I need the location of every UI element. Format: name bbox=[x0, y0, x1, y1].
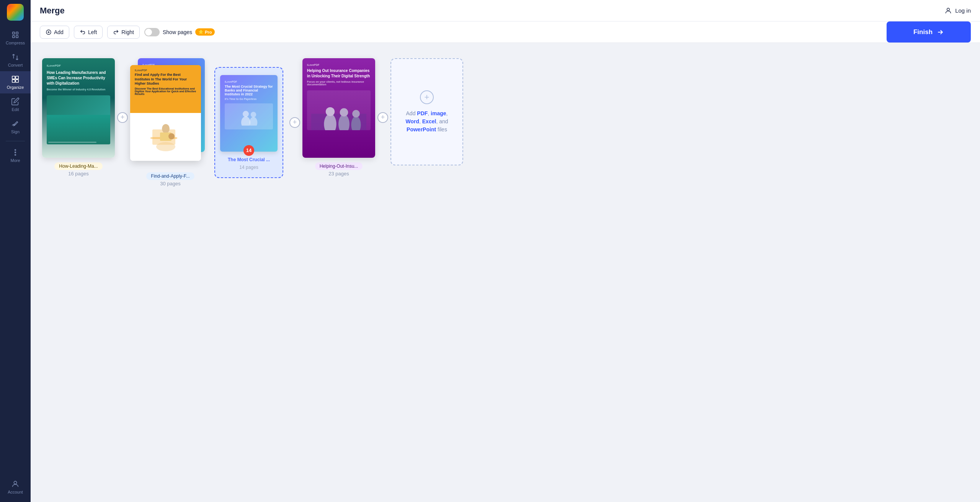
right-rotate-icon bbox=[113, 29, 119, 35]
doc-pages-4: 23 pages bbox=[328, 171, 349, 177]
main-content: Merge Log in Add Left Right bbox=[31, 0, 980, 502]
sidebar-item-convert[interactable]: Convert bbox=[0, 49, 31, 71]
right-button[interactable]: Right bbox=[107, 26, 140, 39]
doc-info-4: Helping-Out-Insu... 23 pages bbox=[315, 162, 363, 177]
doc-name-4: Helping-Out-Insu... bbox=[315, 162, 363, 170]
svg-rect-6 bbox=[12, 80, 15, 82]
svg-point-23 bbox=[156, 142, 175, 151]
add-between-button-4[interactable]: + bbox=[377, 112, 388, 123]
left-rotate-icon bbox=[80, 29, 86, 35]
sidebar-item-edit[interactable]: Edit bbox=[0, 93, 31, 116]
svg-point-32 bbox=[340, 108, 348, 117]
doc-name-1: How-Leading-Ma... bbox=[54, 162, 102, 170]
svg-rect-7 bbox=[16, 80, 18, 82]
sidebar-label-account: Account bbox=[8, 490, 23, 494]
svg-point-24 bbox=[241, 116, 250, 126]
svg-rect-3 bbox=[16, 36, 18, 38]
page-title: Merge bbox=[40, 6, 944, 16]
svg-point-11 bbox=[14, 481, 16, 484]
add-between-button-1[interactable]: + bbox=[117, 112, 128, 123]
pro-label: Pro bbox=[205, 30, 212, 34]
left-button[interactable]: Left bbox=[74, 26, 103, 39]
add-between-2-3: + bbox=[287, 117, 302, 128]
add-files-text: Add PDF, image, Word, Excel, and PowerPo… bbox=[399, 110, 455, 134]
finish-label: Finish bbox=[913, 28, 933, 36]
sidebar-label-compress: Compress bbox=[6, 41, 25, 45]
show-pages-group: Show pages ⭐ Pro bbox=[144, 28, 215, 36]
svg-rect-2 bbox=[13, 36, 15, 38]
add-between-1-2: + bbox=[115, 112, 130, 123]
doc-slot-1: iLovePDF How Leading Manufacturers and S… bbox=[42, 58, 130, 177]
sidebar-item-sign[interactable]: Sign bbox=[0, 116, 31, 138]
doc-slot-2: iLovePDF The Most Crucial Strategy for B… bbox=[130, 58, 302, 186]
doc-stack-2: iLovePDF The Most Crucial Strategy for B… bbox=[130, 58, 211, 162]
svg-point-30 bbox=[326, 107, 335, 116]
svg-point-20 bbox=[162, 124, 170, 133]
nav-divider bbox=[6, 141, 25, 141]
doc-info-2: Find-and-Apply-F... 30 pages bbox=[146, 172, 194, 186]
svg-point-27 bbox=[251, 112, 256, 117]
doc-name-2: Find-and-Apply-F... bbox=[146, 172, 194, 180]
sidebar-item-compress[interactable]: Compress bbox=[0, 27, 31, 49]
account-icon bbox=[11, 480, 20, 488]
svg-point-10 bbox=[15, 154, 16, 155]
pro-badge: ⭐ Pro bbox=[195, 28, 215, 36]
organize-icon bbox=[11, 75, 20, 83]
sidebar-label-more: More bbox=[10, 158, 20, 163]
svg-rect-4 bbox=[12, 76, 15, 79]
sidebar-item-more[interactable]: More bbox=[0, 144, 31, 167]
more-icon bbox=[11, 148, 20, 157]
add-between-button-2[interactable]: + bbox=[289, 117, 300, 128]
add-icon bbox=[46, 29, 52, 35]
doc-card-4: iLovePDF Helping Out Insurance Companies… bbox=[302, 58, 375, 177]
svg-point-25 bbox=[243, 111, 249, 117]
doc-card-1: iLovePDF How Leading Manufacturers and S… bbox=[42, 58, 115, 177]
svg-point-8 bbox=[15, 149, 16, 150]
sign-icon bbox=[11, 119, 20, 128]
login-button[interactable]: Log in bbox=[944, 7, 971, 15]
finish-arrow-icon bbox=[936, 28, 944, 36]
doc-preview-2[interactable]: iLovePDF Find and Apply For the Best Ins… bbox=[130, 65, 201, 161]
sidebar: Compress Convert Organize Edit Sign More bbox=[0, 0, 31, 502]
sidebar-item-account[interactable]: Account bbox=[0, 476, 31, 498]
show-pages-label: Show pages bbox=[163, 29, 192, 35]
add-files-card-wrapper: + Add PDF, image, Word, Excel, and Power… bbox=[390, 58, 463, 165]
doc-pages-1: 16 pages bbox=[68, 171, 89, 177]
drop-zone[interactable]: iLovePDF The Most Crucial Strategy for B… bbox=[214, 67, 283, 178]
svg-rect-0 bbox=[13, 32, 15, 34]
login-label: Log in bbox=[955, 7, 971, 14]
doc-info-1: How-Leading-Ma... 16 pages bbox=[54, 162, 102, 177]
svg-point-26 bbox=[250, 117, 258, 125]
doc-preview-1[interactable]: iLovePDF How Leading Manufacturers and S… bbox=[42, 58, 115, 158]
svg-point-12 bbox=[947, 8, 950, 11]
finish-button[interactable]: Finish bbox=[887, 21, 971, 43]
toolbar: Add Left Right Show pages ⭐ Pro bbox=[31, 21, 980, 43]
sidebar-label-edit: Edit bbox=[12, 107, 19, 112]
app-logo bbox=[7, 4, 24, 21]
compress-icon bbox=[11, 31, 20, 39]
add-between-4-5: + bbox=[375, 112, 390, 123]
doc-pages-2: 30 pages bbox=[160, 181, 181, 186]
svg-point-22 bbox=[168, 133, 175, 139]
content-area: iLovePDF How Leading Manufacturers and S… bbox=[31, 43, 980, 502]
right-label: Right bbox=[121, 29, 134, 35]
add-files-card[interactable]: + Add PDF, image, Word, Excel, and Power… bbox=[390, 58, 463, 165]
doc-slot-4: iLovePDF Helping Out Insurance Companies… bbox=[302, 58, 390, 177]
left-label: Left bbox=[88, 29, 97, 35]
svg-rect-1 bbox=[16, 32, 18, 34]
add-files-plus-icon: + bbox=[420, 90, 434, 104]
topbar: Merge Log in bbox=[31, 0, 980, 21]
add-button[interactable]: Add bbox=[40, 26, 69, 39]
doc-preview-4[interactable]: iLovePDF Helping Out Insurance Companies… bbox=[302, 58, 375, 158]
sidebar-label-convert: Convert bbox=[8, 63, 23, 67]
svg-point-34 bbox=[352, 110, 360, 118]
convert-icon bbox=[11, 53, 20, 61]
show-pages-toggle[interactable] bbox=[144, 28, 160, 36]
page-badge: 14 bbox=[243, 145, 254, 156]
sidebar-label-organize: Organize bbox=[7, 85, 24, 90]
sidebar-item-organize[interactable]: Organize bbox=[0, 71, 31, 93]
svg-rect-5 bbox=[16, 76, 18, 79]
add-label: Add bbox=[54, 29, 64, 35]
edit-icon bbox=[11, 97, 20, 106]
doc-card-2: iLovePDF The Most Crucial Strategy for B… bbox=[130, 58, 211, 186]
